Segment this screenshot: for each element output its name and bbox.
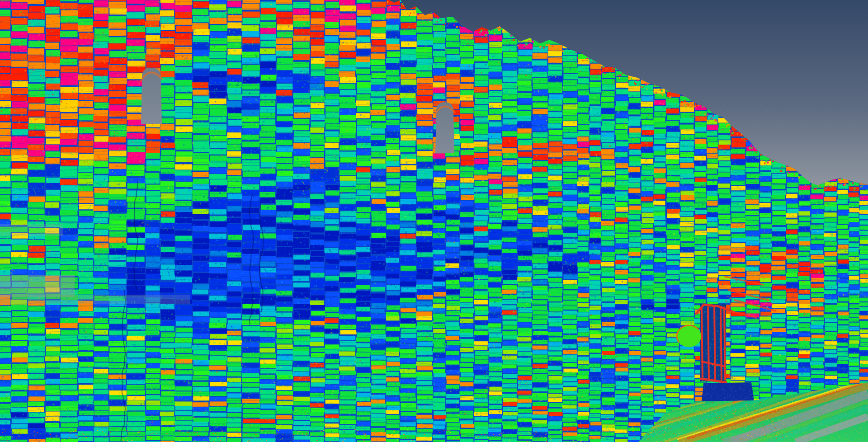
scan-viewport — [0, 0, 868, 442]
point-cloud-render — [0, 0, 868, 442]
